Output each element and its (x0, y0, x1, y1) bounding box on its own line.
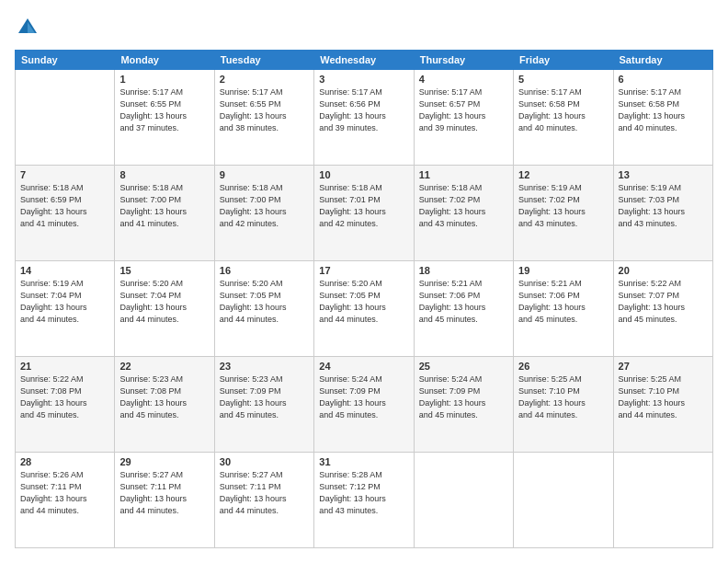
day-number: 21 (20, 361, 109, 372)
cell-info: Sunrise: 5:22 AMSunset: 7:08 PMDaylight:… (20, 373, 109, 421)
day-number: 15 (119, 265, 209, 276)
day-number: 17 (319, 265, 408, 276)
calendar-cell: 30Sunrise: 5:27 AMSunset: 7:11 PMDayligh… (214, 453, 313, 548)
cell-info: Sunrise: 5:21 AMSunset: 7:06 PMDaylight:… (419, 278, 508, 326)
calendar-day-header: Wednesday (314, 51, 414, 70)
cell-info: Sunrise: 5:17 AMSunset: 6:58 PMDaylight:… (619, 86, 708, 134)
day-number: 9 (220, 169, 309, 180)
day-number: 24 (319, 361, 408, 372)
cell-info: Sunrise: 5:23 AMSunset: 7:09 PMDaylight:… (220, 373, 309, 421)
calendar-week-row: 1Sunrise: 5:17 AMSunset: 6:55 PMDaylight… (16, 70, 713, 166)
cell-info: Sunrise: 5:25 AMSunset: 7:10 PMDaylight:… (518, 373, 608, 421)
logo-icon (15, 15, 40, 40)
day-number: 18 (419, 265, 508, 276)
calendar-day-header: Saturday (613, 51, 712, 70)
calendar-week-row: 21Sunrise: 5:22 AMSunset: 7:08 PMDayligh… (16, 357, 713, 453)
calendar-cell: 31Sunrise: 5:28 AMSunset: 7:12 PMDayligh… (314, 453, 414, 548)
day-number: 13 (619, 169, 708, 180)
day-number: 1 (119, 74, 209, 85)
calendar-cell: 23Sunrise: 5:23 AMSunset: 7:09 PMDayligh… (214, 357, 313, 453)
page: SundayMondayTuesdayWednesdayThursdayFrid… (0, 0, 728, 563)
calendar-cell: 8Sunrise: 5:18 AMSunset: 7:00 PMDaylight… (115, 166, 214, 261)
day-number: 14 (20, 265, 109, 276)
calendar-week-row: 7Sunrise: 5:18 AMSunset: 6:59 PMDaylight… (16, 166, 713, 261)
calendar-cell: 11Sunrise: 5:18 AMSunset: 7:02 PMDayligh… (414, 166, 513, 261)
calendar-cell: 21Sunrise: 5:22 AMSunset: 7:08 PMDayligh… (16, 357, 115, 453)
cell-info: Sunrise: 5:19 AMSunset: 7:02 PMDaylight:… (518, 182, 608, 230)
cell-info: Sunrise: 5:17 AMSunset: 6:55 PMDaylight:… (119, 86, 209, 134)
day-number: 12 (518, 169, 608, 180)
calendar-cell: 20Sunrise: 5:22 AMSunset: 7:07 PMDayligh… (613, 261, 712, 357)
calendar-cell: 6Sunrise: 5:17 AMSunset: 6:58 PMDaylight… (613, 70, 712, 166)
cell-info: Sunrise: 5:18 AMSunset: 7:02 PMDaylight:… (419, 182, 508, 230)
day-number: 16 (220, 265, 309, 276)
day-number: 5 (518, 74, 608, 85)
calendar-cell: 10Sunrise: 5:18 AMSunset: 7:01 PMDayligh… (314, 166, 414, 261)
calendar-cell: 12Sunrise: 5:19 AMSunset: 7:02 PMDayligh… (514, 166, 613, 261)
day-number: 28 (20, 456, 109, 467)
calendar-day-header: Sunday (16, 51, 115, 70)
cell-info: Sunrise: 5:18 AMSunset: 6:59 PMDaylight:… (20, 182, 109, 230)
calendar-cell: 17Sunrise: 5:20 AMSunset: 7:05 PMDayligh… (314, 261, 414, 357)
calendar-cell: 7Sunrise: 5:18 AMSunset: 6:59 PMDaylight… (16, 166, 115, 261)
calendar-cell: 18Sunrise: 5:21 AMSunset: 7:06 PMDayligh… (414, 261, 513, 357)
day-number: 25 (419, 361, 508, 372)
calendar-day-header: Friday (514, 51, 613, 70)
cell-info: Sunrise: 5:27 AMSunset: 7:11 PMDaylight:… (119, 469, 209, 517)
cell-info: Sunrise: 5:20 AMSunset: 7:05 PMDaylight:… (319, 278, 408, 326)
cell-info: Sunrise: 5:27 AMSunset: 7:11 PMDaylight:… (220, 469, 309, 517)
day-number: 19 (518, 265, 608, 276)
calendar-cell: 13Sunrise: 5:19 AMSunset: 7:03 PMDayligh… (613, 166, 712, 261)
cell-info: Sunrise: 5:17 AMSunset: 6:57 PMDaylight:… (419, 86, 508, 134)
day-number: 26 (518, 361, 608, 372)
calendar-day-header: Thursday (414, 51, 513, 70)
day-number: 29 (119, 456, 209, 467)
cell-info: Sunrise: 5:24 AMSunset: 7:09 PMDaylight:… (319, 373, 408, 421)
cell-info: Sunrise: 5:28 AMSunset: 7:12 PMDaylight:… (319, 469, 408, 517)
calendar-cell: 5Sunrise: 5:17 AMSunset: 6:58 PMDaylight… (514, 70, 613, 166)
logo (15, 15, 44, 40)
day-number: 20 (619, 265, 708, 276)
calendar-cell: 26Sunrise: 5:25 AMSunset: 7:10 PMDayligh… (514, 357, 613, 453)
day-number: 27 (619, 361, 708, 372)
calendar-cell: 28Sunrise: 5:26 AMSunset: 7:11 PMDayligh… (16, 453, 115, 548)
calendar-cell (514, 453, 613, 548)
cell-info: Sunrise: 5:17 AMSunset: 6:56 PMDaylight:… (319, 86, 408, 134)
cell-info: Sunrise: 5:17 AMSunset: 6:55 PMDaylight:… (220, 86, 309, 134)
calendar-cell: 24Sunrise: 5:24 AMSunset: 7:09 PMDayligh… (314, 357, 414, 453)
cell-info: Sunrise: 5:18 AMSunset: 7:00 PMDaylight:… (119, 182, 209, 230)
calendar-cell: 16Sunrise: 5:20 AMSunset: 7:05 PMDayligh… (214, 261, 313, 357)
calendar-cell: 3Sunrise: 5:17 AMSunset: 6:56 PMDaylight… (314, 70, 414, 166)
day-number: 22 (119, 361, 209, 372)
header (15, 15, 713, 40)
calendar-day-header: Tuesday (214, 51, 313, 70)
day-number: 31 (319, 456, 408, 467)
cell-info: Sunrise: 5:23 AMSunset: 7:08 PMDaylight:… (119, 373, 209, 421)
day-number: 30 (220, 456, 309, 467)
calendar-cell: 4Sunrise: 5:17 AMSunset: 6:57 PMDaylight… (414, 70, 513, 166)
cell-info: Sunrise: 5:17 AMSunset: 6:58 PMDaylight:… (518, 86, 608, 134)
day-number: 7 (20, 169, 109, 180)
calendar-cell: 14Sunrise: 5:19 AMSunset: 7:04 PMDayligh… (16, 261, 115, 357)
cell-info: Sunrise: 5:24 AMSunset: 7:09 PMDaylight:… (419, 373, 508, 421)
cell-info: Sunrise: 5:26 AMSunset: 7:11 PMDaylight:… (20, 469, 109, 517)
cell-info: Sunrise: 5:18 AMSunset: 7:00 PMDaylight:… (220, 182, 309, 230)
calendar-week-row: 14Sunrise: 5:19 AMSunset: 7:04 PMDayligh… (16, 261, 713, 357)
cell-info: Sunrise: 5:20 AMSunset: 7:04 PMDaylight:… (119, 278, 209, 326)
day-number: 6 (619, 74, 708, 85)
cell-info: Sunrise: 5:19 AMSunset: 7:03 PMDaylight:… (619, 182, 708, 230)
calendar-cell (414, 453, 513, 548)
calendar-cell: 25Sunrise: 5:24 AMSunset: 7:09 PMDayligh… (414, 357, 513, 453)
calendar-cell: 15Sunrise: 5:20 AMSunset: 7:04 PMDayligh… (115, 261, 214, 357)
calendar-week-row: 28Sunrise: 5:26 AMSunset: 7:11 PMDayligh… (16, 453, 713, 548)
cell-info: Sunrise: 5:18 AMSunset: 7:01 PMDaylight:… (319, 182, 408, 230)
day-number: 8 (119, 169, 209, 180)
cell-info: Sunrise: 5:21 AMSunset: 7:06 PMDaylight:… (518, 278, 608, 326)
day-number: 4 (419, 74, 508, 85)
calendar-table: SundayMondayTuesdayWednesdayThursdayFrid… (15, 50, 713, 548)
day-number: 3 (319, 74, 408, 85)
day-number: 11 (419, 169, 508, 180)
calendar-day-header: Monday (115, 51, 214, 70)
day-number: 2 (220, 74, 309, 85)
calendar-cell: 9Sunrise: 5:18 AMSunset: 7:00 PMDaylight… (214, 166, 313, 261)
